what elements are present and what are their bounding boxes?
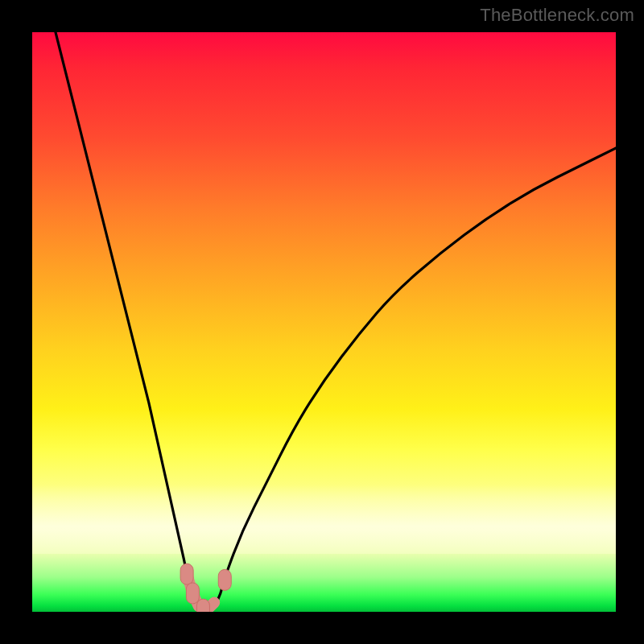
- markers-group: [180, 564, 231, 612]
- marker-right-marker: [218, 569, 231, 590]
- chart-svg: [32, 32, 616, 612]
- marker-left-marker-upper: [186, 583, 199, 604]
- marker-left-marker-lower: [180, 564, 193, 584]
- marker-valley-marker: [196, 599, 209, 612]
- bottleneck-curve-path: [56, 32, 616, 612]
- outer-frame: TheBottleneck.com: [0, 0, 644, 644]
- plot-area: [32, 32, 616, 612]
- watermark-text: TheBottleneck.com: [480, 5, 634, 26]
